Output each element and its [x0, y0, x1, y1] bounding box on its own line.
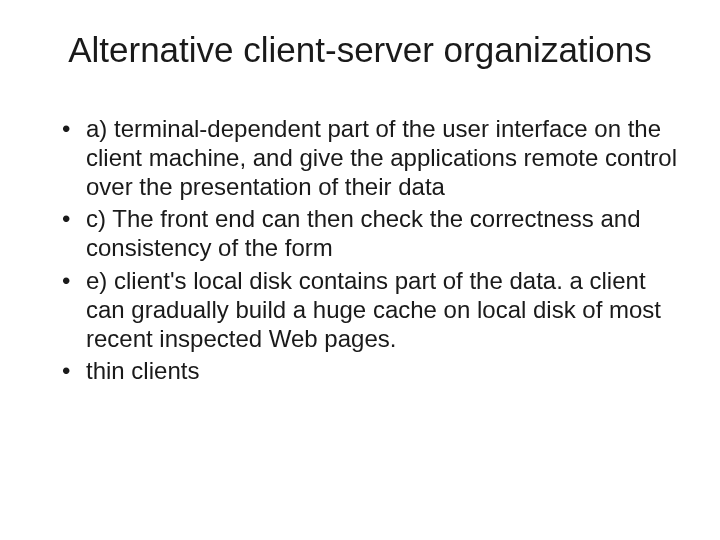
slide-container: Alternative client-server organizations … — [0, 0, 720, 540]
list-item: a) terminal-dependent part of the user i… — [68, 115, 680, 201]
bullet-list: a) terminal-dependent part of the user i… — [40, 115, 680, 386]
list-item: e) client's local disk contains part of … — [68, 267, 680, 353]
slide-title: Alternative client-server organizations — [40, 30, 680, 70]
list-item: c) The front end can then check the corr… — [68, 205, 680, 263]
list-item: thin clients — [68, 357, 680, 386]
